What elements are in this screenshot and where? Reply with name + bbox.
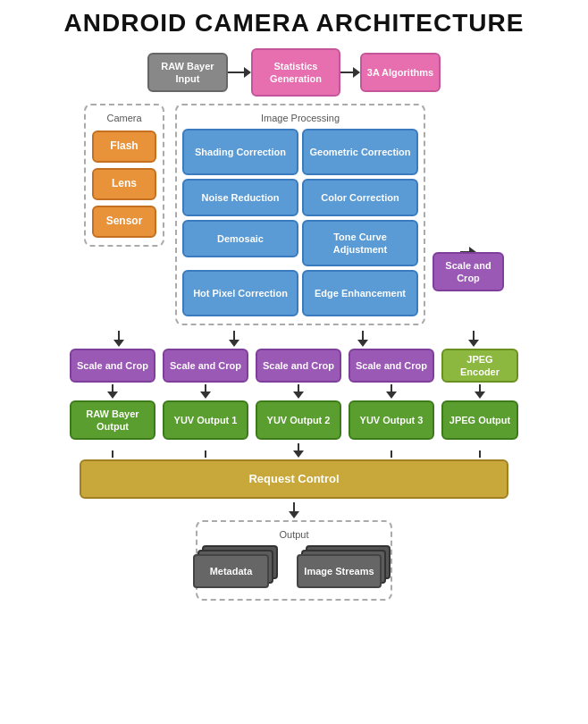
scale-and-crop-4: Scale and Crop xyxy=(349,349,434,383)
image-streams: Image Streams xyxy=(297,554,382,588)
raw-bayer-input: RAW Bayer Input xyxy=(147,53,228,92)
jpeg-output: JPEG Output xyxy=(441,400,518,440)
request-control: Request Control xyxy=(80,459,508,499)
color-correction: Color Correction xyxy=(302,179,418,216)
sensor: Sensor xyxy=(92,206,156,238)
camera-label: Camera xyxy=(106,113,141,123)
scale-and-crop-3: Scale and Crop xyxy=(256,349,341,383)
yuv-output-1: YUV Output 1 xyxy=(163,400,248,440)
output-label: Output xyxy=(279,529,308,540)
camera-section: Camera Flash Lens Sensor xyxy=(84,104,164,247)
scale-and-crop-right: Scale and Crop xyxy=(433,252,504,291)
jpeg-encoder: JPEG Encoder xyxy=(441,349,518,383)
image-processing-label: Image Processing xyxy=(261,113,340,123)
page-title: ANDROID CAMERA ARCHITECTURE xyxy=(7,9,581,38)
flash: Flash xyxy=(92,130,156,163)
image-processing-section: Image Processing Shading Correction Geom… xyxy=(175,104,425,325)
scale-and-crop-1: Scale and Crop xyxy=(70,349,155,383)
lens: Lens xyxy=(92,168,156,200)
noise-reduction: Noise Reduction xyxy=(182,179,298,216)
edge-enhancement: Edge Enhancement xyxy=(302,270,418,316)
shading-correction: Shading Correction xyxy=(182,129,298,175)
statistics-generation: Statistics Generation xyxy=(251,48,340,97)
output-section: Output Metadata Image Streams xyxy=(196,520,392,601)
yuv-output-2: YUV Output 2 xyxy=(256,400,341,440)
tone-curve-adjustment: Tone Curve Adjustment xyxy=(302,220,418,266)
raw-bayer-output: RAW Bayer Output xyxy=(70,400,155,440)
hot-pixel-correction: Hot Pixel Correction xyxy=(182,270,298,316)
geometric-correction: Geometric Correction xyxy=(302,129,418,175)
yuv-output-3: YUV Output 3 xyxy=(349,400,434,440)
demosaic: Demosaic xyxy=(182,220,298,257)
metadata: Metadata xyxy=(193,554,269,588)
three-a-algorithms: 3A Algorithms xyxy=(360,53,441,92)
scale-and-crop-2: Scale and Crop xyxy=(163,349,248,383)
